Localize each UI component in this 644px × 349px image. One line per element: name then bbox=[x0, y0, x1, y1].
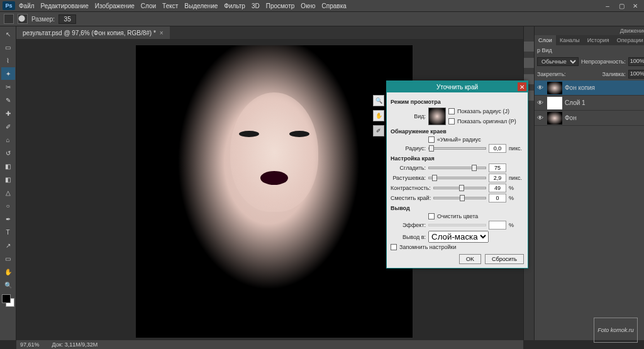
show-original-label: Показать оригинал (P) bbox=[457, 118, 516, 125]
menu-3d[interactable]: 3D bbox=[252, 3, 260, 9]
shift-field[interactable] bbox=[489, 194, 506, 202]
hand-tool-icon[interactable]: ✋ bbox=[1, 265, 15, 278]
brush-preview-icon[interactable]: ⬤ bbox=[18, 14, 28, 24]
show-radius-label: Показать радиус (J) bbox=[457, 108, 509, 114]
contrast-field[interactable] bbox=[489, 184, 506, 192]
window-maximize-icon[interactable]: ▢ bbox=[615, 1, 628, 10]
document-tab[interactable]: результат.psd @ 97,6% (Фон копия, RGB/8#… bbox=[16, 26, 170, 39]
radius-field[interactable] bbox=[489, 144, 506, 153]
fill-field[interactable]: 100% bbox=[628, 70, 644, 79]
zoom-tool-dialog-icon[interactable]: 🔍 bbox=[373, 95, 384, 106]
smart-radius-checkbox[interactable] bbox=[428, 136, 435, 143]
refine-brush-tool-icon[interactable]: ✐ bbox=[373, 125, 384, 136]
remember-label: Запомнить настройки bbox=[399, 244, 456, 250]
tab-channels[interactable]: Каналы bbox=[556, 35, 584, 45]
menu-edit[interactable]: Редактирование bbox=[41, 3, 89, 9]
crop-tool-icon[interactable]: ✂ bbox=[1, 80, 15, 93]
decontaminate-checkbox[interactable] bbox=[428, 213, 435, 219]
view-section-heading: Режим просмотра bbox=[391, 99, 524, 105]
zoom-level[interactable]: 97,61% bbox=[20, 341, 40, 348]
menu-view[interactable]: Просмотр bbox=[266, 3, 295, 9]
quick-select-tool-icon[interactable]: ✦ bbox=[1, 67, 15, 80]
brush-tool-icon[interactable]: ✐ bbox=[1, 120, 15, 133]
menu-help[interactable]: Справка bbox=[322, 3, 347, 9]
visibility-icon[interactable]: 👁 bbox=[537, 84, 545, 92]
tab-history[interactable]: История bbox=[584, 35, 613, 45]
tool-preset-icon[interactable] bbox=[4, 14, 14, 24]
color-swatches[interactable] bbox=[2, 294, 14, 307]
show-original-checkbox[interactable] bbox=[448, 118, 455, 125]
tab-actions[interactable]: Операции bbox=[613, 35, 644, 45]
layer-thumbnail[interactable] bbox=[547, 112, 562, 125]
stamp-tool-icon[interactable]: ⌂ bbox=[1, 133, 15, 146]
lasso-tool-icon[interactable]: ⌇ bbox=[1, 54, 15, 67]
output-to-select[interactable]: Слой-маска bbox=[428, 231, 489, 243]
history-brush-tool-icon[interactable]: ↺ bbox=[1, 147, 15, 159]
eraser-tool-icon[interactable]: ◧ bbox=[1, 160, 15, 172]
layer-row[interactable]: 👁 Фон bbox=[535, 111, 644, 126]
smooth-label: Сгладить: bbox=[391, 165, 426, 171]
radius-slider[interactable] bbox=[428, 147, 486, 150]
move-tool-icon[interactable]: ↖ bbox=[1, 28, 15, 40]
layer-name[interactable]: Фон bbox=[565, 114, 577, 121]
layer-row[interactable]: 👁 Слой 1 bbox=[535, 96, 644, 111]
ok-button[interactable]: OK bbox=[459, 254, 481, 264]
menu-filter[interactable]: Фильтр bbox=[224, 3, 245, 9]
layer-name[interactable]: Слой 1 bbox=[565, 99, 586, 106]
visibility-icon[interactable]: 👁 bbox=[537, 114, 545, 122]
zoom-tool-icon[interactable]: 🔍 bbox=[1, 279, 15, 291]
smooth-field[interactable] bbox=[489, 163, 506, 172]
eyedropper-tool-icon[interactable]: ✎ bbox=[1, 94, 15, 106]
path-tool-icon[interactable]: ↗ bbox=[1, 239, 15, 252]
smooth-slider[interactable] bbox=[428, 167, 486, 169]
color-panel-icon[interactable] bbox=[524, 42, 534, 52]
doc-info[interactable]: Док: 3,11M/9,32M bbox=[52, 341, 98, 348]
remember-checkbox[interactable] bbox=[391, 244, 397, 250]
foreground-color-swatch[interactable] bbox=[2, 294, 11, 303]
shape-tool-icon[interactable]: ▭ bbox=[1, 252, 15, 265]
opacity-field[interactable]: 100% bbox=[628, 57, 644, 66]
contrast-slider[interactable] bbox=[433, 187, 486, 189]
menu-layers[interactable]: Слои bbox=[141, 3, 156, 9]
dialog-title-bar[interactable]: Уточнить край ✕ bbox=[387, 81, 528, 92]
view-mode-thumbnail[interactable] bbox=[428, 108, 446, 125]
show-radius-checkbox[interactable] bbox=[448, 108, 455, 114]
canvas[interactable] bbox=[136, 45, 413, 338]
amount-slider bbox=[428, 224, 486, 226]
dialog-close-icon[interactable]: ✕ bbox=[518, 82, 526, 91]
feather-slider[interactable] bbox=[428, 177, 486, 179]
menu-image[interactable]: Изображение bbox=[95, 3, 135, 9]
layer-name[interactable]: Фон копия bbox=[565, 84, 595, 91]
hand-tool-dialog-icon[interactable]: ✋ bbox=[373, 110, 384, 121]
menu-window[interactable]: Окно bbox=[301, 3, 315, 9]
layer-list: 👁 Фон копия 👁 Слой 1 👁 Фон bbox=[535, 80, 644, 340]
blend-mode-select[interactable]: Обычные bbox=[537, 57, 579, 66]
window-close-icon[interactable]: ✕ bbox=[629, 1, 641, 10]
feather-field[interactable] bbox=[489, 174, 506, 182]
document-tab-title: результат.psd @ 97,6% (Фон копия, RGB/8#… bbox=[23, 30, 156, 36]
swatches-panel-icon[interactable] bbox=[524, 58, 534, 68]
gradient-tool-icon[interactable]: ◧ bbox=[1, 173, 15, 186]
pen-tool-icon[interactable]: ✒ bbox=[1, 213, 15, 225]
marquee-tool-icon[interactable]: ▭ bbox=[1, 41, 15, 53]
dodge-tool-icon[interactable]: ○ bbox=[1, 199, 15, 212]
visibility-icon[interactable]: 👁 bbox=[537, 99, 545, 107]
layer-thumbnail[interactable] bbox=[547, 97, 562, 109]
type-tool-icon[interactable]: T bbox=[1, 226, 15, 238]
shift-slider[interactable] bbox=[433, 197, 486, 199]
layer-row[interactable]: 👁 Фон копия bbox=[535, 80, 644, 96]
menu-select[interactable]: Выделение bbox=[184, 3, 218, 9]
layer-thumbnail[interactable] bbox=[547, 82, 562, 94]
close-tab-icon[interactable]: × bbox=[160, 30, 164, 36]
window-minimize-icon[interactable]: – bbox=[601, 1, 614, 10]
size-field[interactable]: 35 bbox=[58, 14, 76, 24]
menu-text[interactable]: Текст bbox=[162, 3, 178, 9]
blur-tool-icon[interactable]: △ bbox=[1, 186, 15, 199]
shift-unit: % bbox=[509, 195, 524, 201]
smart-radius-label: «Умный» радиус bbox=[437, 136, 481, 143]
reset-button[interactable]: Сбросить bbox=[485, 254, 524, 264]
healing-tool-icon[interactable]: ✚ bbox=[1, 107, 15, 119]
tab-layers[interactable]: Слои bbox=[535, 35, 556, 45]
feather-label: Растушевка: bbox=[391, 175, 426, 181]
menu-file[interactable]: Файл bbox=[19, 3, 35, 9]
